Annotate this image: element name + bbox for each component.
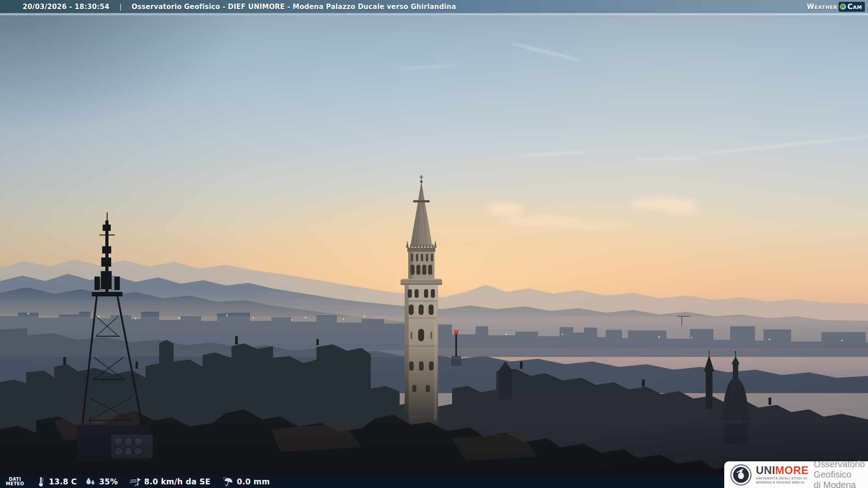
temperature-reading: 13.8 C bbox=[36, 476, 77, 487]
observatory-name-line2: di Modena bbox=[814, 480, 868, 488]
meteo-label-line2: METEO bbox=[0, 482, 30, 486]
header-bar: 20/03/2026 - 18:30:54 | Osservatorio Geo… bbox=[0, 0, 868, 13]
water-drops-icon bbox=[85, 476, 96, 487]
wind-reading: 8.0 km/h da SE bbox=[129, 476, 211, 487]
wordmark-uni: UNI bbox=[756, 464, 775, 476]
church-dome bbox=[722, 351, 750, 444]
university-subtitle-line2: MODENA E REGGIO EMILIA bbox=[756, 481, 809, 485]
unimore-wordmark-block: UNIMORE UNIVERSITÀ DEGLI STUDI DI MODENA… bbox=[756, 465, 809, 484]
unimore-logo-plate: UNIMORE UNIVERSITÀ DEGLI STUDI DI MODENA… bbox=[724, 461, 868, 488]
camera-title: Osservatorio Geofisico - DIEF UNIMORE - … bbox=[132, 3, 456, 11]
observatory-name: Osservatorio Geofisico di Modena bbox=[814, 459, 868, 488]
webcam-photo bbox=[0, 0, 868, 488]
wind-value: 8.0 km/h da SE bbox=[144, 477, 211, 486]
city-skyline-graphic bbox=[0, 0, 868, 488]
wind-vane-icon bbox=[129, 476, 142, 487]
camera-lens-icon bbox=[840, 4, 846, 9]
thermometer-icon bbox=[36, 476, 46, 487]
weathercam-logo: Weather Cam bbox=[807, 2, 865, 12]
humidity-reading: 35% bbox=[85, 476, 118, 487]
header-divider bbox=[0, 13, 868, 15]
unimore-wordmark: UNIMORE bbox=[756, 465, 809, 476]
unimore-seal-icon bbox=[730, 464, 752, 486]
separator: | bbox=[119, 3, 122, 11]
humidity-value: 35% bbox=[99, 477, 118, 486]
temperature-value: 13.8 C bbox=[49, 477, 77, 486]
weathercam-badge: Cam bbox=[839, 2, 865, 12]
weathercam-word: Weather bbox=[807, 3, 837, 11]
rain-value: 0.0 mm bbox=[237, 477, 270, 486]
weathercam-cam: Cam bbox=[847, 2, 862, 11]
university-subtitle: UNIVERSITÀ DEGLI STUDI DI MODENA E REGGI… bbox=[756, 477, 809, 484]
wordmark-more: MORE bbox=[775, 464, 809, 476]
ghirlandina-tower bbox=[401, 175, 442, 434]
umbrella-icon bbox=[222, 476, 234, 487]
webcam-frame: 20/03/2026 - 18:30:54 | Osservatorio Geo… bbox=[0, 0, 868, 488]
datetime-text: 20/03/2026 - 18:30:54 bbox=[23, 3, 109, 11]
observatory-name-line1: Osservatorio Geofisico bbox=[814, 459, 868, 480]
meteo-label: DATI METEO bbox=[0, 477, 30, 486]
rain-reading: 0.0 mm bbox=[222, 476, 270, 487]
